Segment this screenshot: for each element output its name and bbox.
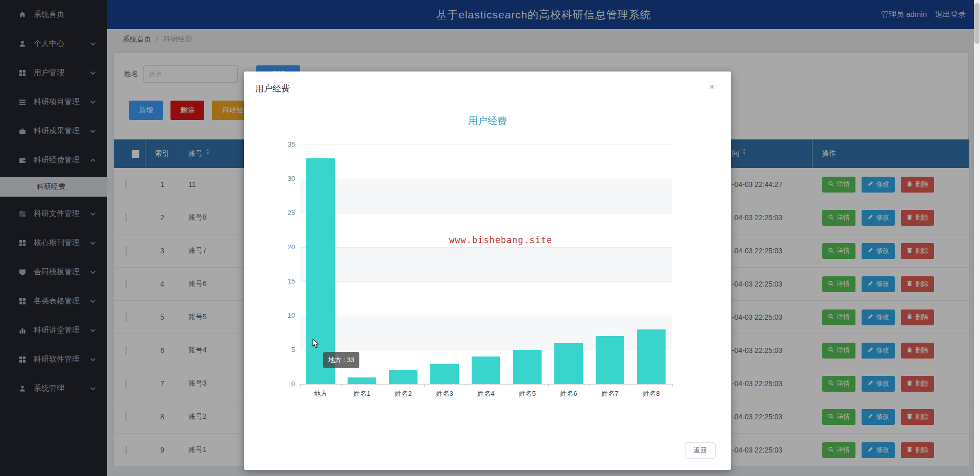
bar-chart: 05101520253035地方姓名1姓名2姓名3姓名4姓名5姓名6姓名7姓名8: [244, 72, 731, 470]
page-root: 系统首页个人中心用户管理科研项目管理科研成果管理科研经费管理科研经费科研文件管理…: [0, 0, 980, 476]
x-axis-tick: [631, 384, 631, 387]
y-axis-tick-label: 0: [272, 380, 295, 388]
y-axis-tick-label: 5: [272, 346, 295, 353]
x-axis-tick-label: 姓名7: [590, 389, 631, 398]
user-funding-dialog: 用户经费 × 用户经费 05101520253035地方姓名1姓名2姓名3姓名4…: [244, 72, 731, 470]
x-axis-tick: [465, 384, 466, 387]
x-axis-tick-label: 姓名5: [507, 389, 548, 398]
x-axis-tick-label: 地方: [300, 389, 341, 398]
x-axis-tick-label: 姓名6: [548, 389, 590, 398]
x-axis-tick: [590, 384, 590, 387]
y-axis-tick-label: 10: [272, 312, 295, 319]
bar-姓名5[interactable]: [513, 350, 542, 384]
x-axis-tick: [383, 384, 383, 387]
y-axis-tick-label: 25: [272, 209, 295, 217]
chart-band: [300, 179, 672, 213]
bar-姓名1[interactable]: [348, 377, 376, 384]
x-axis-tick-label: 姓名3: [424, 389, 465, 398]
bar-姓名8[interactable]: [637, 329, 666, 384]
x-axis-tick: [507, 384, 507, 387]
x-axis-tick: [548, 384, 549, 387]
back-button[interactable]: 返回: [685, 442, 716, 459]
gridline: [300, 316, 672, 316]
gridline: [300, 179, 672, 179]
bar-姓名4[interactable]: [472, 356, 500, 384]
watermark-text: www.bishebang.site: [449, 235, 552, 245]
x-axis-tick: [300, 384, 301, 387]
y-axis-tick-label: 30: [272, 175, 295, 182]
chart-tooltip: 地方 : 33: [323, 352, 359, 368]
x-axis-tick-label: 姓名1: [341, 389, 383, 398]
y-axis-tick-label: 15: [272, 277, 295, 285]
x-axis-tick: [341, 384, 342, 387]
x-axis-tick: [424, 384, 425, 387]
gridline: [300, 145, 672, 145]
bar-姓名3[interactable]: [430, 364, 459, 384]
gridline: [300, 247, 672, 248]
chart-band: [300, 247, 672, 281]
x-axis-tick-label: 姓名2: [383, 389, 424, 398]
mouse-pointer-icon: [309, 339, 321, 354]
x-axis-line: [300, 384, 672, 385]
bar-姓名6[interactable]: [554, 343, 583, 384]
scrollbar[interactable]: [974, 0, 980, 476]
bar-姓名7[interactable]: [596, 336, 624, 384]
x-axis-tick-label: 姓名8: [631, 389, 672, 398]
gridline: [300, 213, 672, 213]
y-axis-tick-label: 35: [272, 140, 295, 148]
scrollbar-thumb[interactable]: [974, 3, 979, 44]
bar-姓名2[interactable]: [389, 370, 418, 384]
gridline: [300, 281, 672, 282]
x-axis-tick: [672, 384, 673, 387]
x-axis-tick-label: 姓名4: [465, 389, 507, 398]
y-axis-tick-label: 20: [272, 243, 295, 251]
